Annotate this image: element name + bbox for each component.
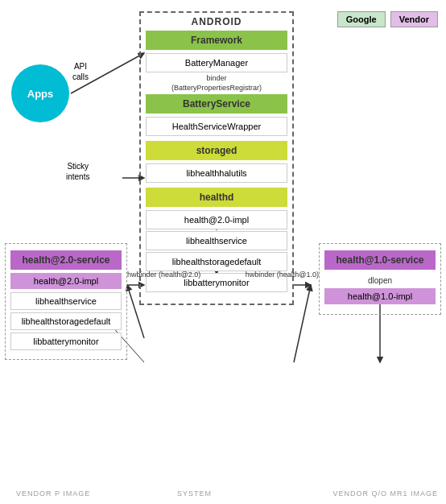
hwbinder-right-label: hwbinder (health@1.0) — [246, 271, 319, 279]
vendor-p-item-0: libhealthservice — [10, 292, 122, 310]
healthd-item-2: libhealthstoragedefault — [146, 252, 287, 271]
apps-circle: Apps — [11, 64, 69, 122]
diagram-container: Google Vendor Apps APIcalls Stickyintent… — [0, 0, 446, 504]
api-calls-label: APIcalls — [72, 61, 89, 82]
svg-line-12 — [294, 285, 311, 362]
vendor-p-item-1: libhealthstoragedefault — [10, 312, 122, 330]
health-10-service-header: health@1.0-service — [324, 250, 436, 270]
health-10-impl-box: health@1.0-impl — [324, 288, 436, 304]
google-label: Google — [337, 11, 386, 27]
health-service-wrapper-box: HealthServiceWrapper — [146, 117, 287, 136]
healthd-item-1: libhealthservice — [146, 231, 287, 250]
sticky-intents-label: Stickyintents — [66, 161, 89, 182]
libhealthhalutils-box: libhealthhalutils — [146, 163, 287, 183]
framework-header: Framework — [146, 31, 287, 50]
health-20-impl-box: health@2.0-impl — [10, 273, 122, 289]
hwbinder-left-label: hwbinder (health@2.0) — [127, 271, 200, 279]
vendor-q-title — [320, 244, 440, 250]
bottom-vendor-q-label: VENDOR Q/O MR1 IMAGE — [332, 490, 438, 498]
vendor-p-item-2: libbatterymonitor — [10, 333, 122, 350]
binder-label: binder(BatteryPropertiesRegistrar) — [141, 74, 292, 93]
healthd-item-0: health@2.0-impl — [146, 210, 287, 229]
vendor-q-box: health@1.0-service dlopen health@1.0-imp… — [319, 243, 441, 315]
vendor-p-box: health@2.0-service health@2.0-impl libhe… — [5, 243, 127, 360]
top-labels: Google Vendor — [337, 11, 438, 27]
vendor-p-title — [6, 244, 126, 250]
vendor-label: Vendor — [390, 11, 438, 27]
apps-label: Apps — [27, 88, 54, 100]
healthd-header: healthd — [146, 188, 287, 207]
bottom-system-label: SYSTEM — [177, 490, 212, 498]
health-20-service-header: health@2.0-service — [10, 250, 122, 270]
android-title: ANDROID — [141, 13, 292, 31]
battery-service-header: BatteryService — [146, 94, 287, 114]
dlopen-label: dlopen — [320, 273, 440, 288]
battery-manager-box: BatteryManager — [146, 53, 287, 72]
android-box: ANDROID Framework BatteryManager binder(… — [139, 11, 294, 305]
bottom-vendor-p-label: VENDOR P IMAGE — [16, 490, 90, 498]
storaged-header: storaged — [146, 141, 287, 160]
